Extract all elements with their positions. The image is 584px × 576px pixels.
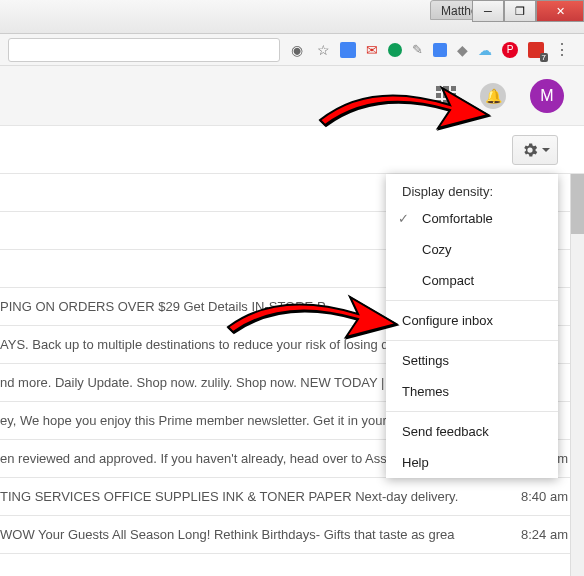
menu-item-help[interactable]: Help [386, 447, 558, 478]
gear-icon [521, 141, 539, 159]
menu-item-comfortable[interactable]: Comfortable [386, 203, 558, 234]
ext-icon-1[interactable] [340, 42, 356, 58]
annotation-arrow-icon [310, 70, 500, 164]
url-input[interactable] [8, 38, 280, 62]
menu-item-configure-inbox[interactable]: Configure inbox [386, 305, 558, 336]
settings-gear-button[interactable] [512, 135, 558, 165]
star-icon[interactable]: ☆ [314, 41, 332, 59]
menu-item-themes[interactable]: Themes [386, 376, 558, 407]
menu-divider [386, 300, 558, 301]
eye-icon[interactable]: ◉ [288, 41, 306, 59]
close-button[interactable]: ✕ [536, 0, 584, 22]
email-time: 8:24 am [521, 527, 568, 542]
browser-titlebar: Matthew ─ ❐ ✕ [0, 0, 584, 34]
density-label: Display density: [386, 174, 558, 203]
ext-icon-4[interactable]: ✎ [412, 42, 423, 57]
ext-icon-5[interactable] [433, 43, 447, 57]
gmail-ext-icon[interactable]: ✉ [366, 42, 378, 58]
menu-divider [386, 340, 558, 341]
annotation-arrow-icon [218, 282, 408, 366]
browser-menu-icon[interactable]: ⋮ [554, 40, 570, 59]
minimize-button[interactable]: ─ [472, 0, 504, 22]
dropbox-ext-icon[interactable]: ◆ [457, 42, 468, 58]
scrollbar[interactable] [570, 174, 584, 576]
email-row[interactable]: TING SERVICES OFFICE SUPPLIES INK & TONE… [0, 478, 584, 516]
menu-item-settings[interactable]: Settings [386, 345, 558, 376]
menu-item-compact[interactable]: Compact [386, 265, 558, 296]
email-row[interactable]: WOW Your Guests All Season Long! Rethink… [0, 516, 584, 554]
extensions-row: ✉ ✎ ◆ ☁ P 7 ⋮ [340, 40, 576, 59]
avatar[interactable]: M [530, 79, 564, 113]
maximize-button[interactable]: ❐ [504, 0, 536, 22]
window-buttons: ─ ❐ ✕ [472, 0, 584, 22]
email-time: 8:40 am [521, 489, 568, 504]
email-subject: WOW Your Guests All Season Long! Rethink… [0, 527, 501, 542]
address-bar: ◉ ☆ ✉ ✎ ◆ ☁ P 7 ⋮ [0, 34, 584, 66]
menu-divider [386, 411, 558, 412]
pinterest-ext-icon[interactable]: P [502, 42, 518, 58]
menu-item-send-feedback[interactable]: Send feedback [386, 416, 558, 447]
ext-icon-cloud[interactable]: ☁ [478, 42, 492, 58]
caret-down-icon [542, 148, 550, 152]
email-subject: TING SERVICES OFFICE SUPPLIES INK & TONE… [0, 489, 501, 504]
ext-icon-green[interactable] [388, 43, 402, 57]
settings-menu: Display density: Comfortable Cozy Compac… [386, 174, 558, 478]
menu-item-cozy[interactable]: Cozy [386, 234, 558, 265]
ext-icon-badge[interactable]: 7 [528, 42, 544, 58]
scrollbar-thumb[interactable] [571, 174, 584, 234]
